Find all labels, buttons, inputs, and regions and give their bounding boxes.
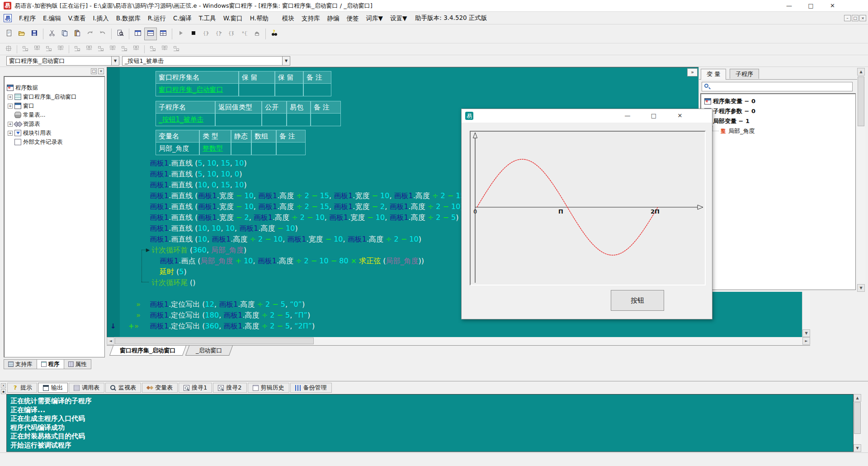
table-cell[interactable] [287, 114, 311, 126]
table-data-row[interactable]: 窗口程序集_启动窗口 [156, 84, 331, 96]
code-line-11[interactable]: 延时 (5) [160, 267, 187, 276]
run-program-window[interactable]: 易 — □ ✕ 0 Π 2Π 按钮 [461, 109, 712, 319]
window-split-horizontal-button[interactable] [144, 28, 157, 40]
table-cell[interactable] [215, 114, 262, 126]
compiler-output[interactable]: 正在统计需要编译的子程序正在编译...正在生成主程序入口代码程序代码编译成功正在… [6, 394, 854, 452]
tab-调用表[interactable]: 调用表 [69, 383, 104, 393]
assembly-combobox[interactable]: 窗口程序集_启动窗口 ▼ [6, 56, 119, 66]
expand-icon[interactable]: + [8, 122, 13, 127]
table-cell[interactable] [239, 84, 275, 96]
editor-horizontal-scrollbar[interactable]: ◄ ► [107, 337, 810, 345]
tree-item-模块引用表[interactable]: +模块引用表 [8, 129, 52, 137]
menu-item-5[interactable]: B.数据库 [113, 13, 144, 23]
code-line-14[interactable]: 画板1.定位写出 (180, 画板1.高度 ÷ 2 − 5, “Π”) [150, 311, 310, 320]
align-top-edges-button[interactable] [95, 44, 107, 54]
run-close-button[interactable]: ✕ [673, 111, 687, 121]
editor-tab-_启动窗口[interactable]: _启动窗口 [185, 346, 232, 356]
variable-item-1[interactable]: 程序集变量 − 0 [704, 97, 755, 105]
redo-button[interactable] [84, 28, 96, 40]
chevron-down-icon[interactable]: ▼ [111, 57, 119, 65]
menu-item-13[interactable]: 静编 [324, 13, 343, 23]
snap-top-button[interactable] [43, 44, 55, 54]
menu-item-7[interactable]: C.编译 [170, 13, 195, 23]
cut-button[interactable] [46, 28, 58, 40]
tab-属性[interactable]: 属性 [64, 359, 91, 369]
tree-item-资源表[interactable]: +资源表 [8, 120, 40, 128]
menu-item-15[interactable]: 词库▼ [363, 13, 387, 23]
scroll-down-icon[interactable]: ▼ [802, 329, 810, 337]
code-line-10[interactable]: 画板1.画点 (局部_角度 + 10, 画板1.高度 ÷ 2 − 10 − 80… [160, 257, 424, 266]
menu-item-8[interactable]: T.工具 [195, 13, 220, 23]
scroll-thumb[interactable] [854, 402, 861, 434]
code-line-5[interactable]: 画板1.画直线 (画板1.宽度 − 10, 画板1.高度 ÷ 2 − 15, 画… [150, 202, 463, 211]
align-bottom-edges-button[interactable] [107, 44, 118, 54]
paste-button[interactable] [71, 28, 84, 40]
menu-item-4[interactable]: I.插入 [90, 13, 113, 23]
snap-right-button[interactable] [31, 44, 43, 54]
table-data-row[interactable]: _按钮1_被单击 [156, 114, 341, 126]
table-cell[interactable] [275, 84, 303, 96]
tab-提示[interactable]: 提示 [7, 383, 37, 393]
panel-close-button[interactable]: × [1, 383, 6, 388]
expand-icon[interactable]: + [8, 131, 13, 136]
debug-find-button[interactable]: ? [268, 28, 281, 40]
center-horizontal-button[interactable] [71, 44, 83, 54]
tab-搜寻2[interactable]: 搜寻2 [213, 383, 246, 393]
run-button[interactable] [175, 28, 187, 40]
collapse-panel-button[interactable]: » [687, 68, 698, 76]
tree-item-窗口[interactable]: +窗口 [8, 102, 34, 110]
form-designer-button[interactable] [3, 44, 14, 54]
code-line-3[interactable]: 画板1.画直线 (10, 0, 15, 10) [150, 181, 247, 190]
table-cell[interactable] [276, 143, 306, 155]
table-cell[interactable]: 整数型 [199, 143, 231, 155]
table-cell[interactable] [262, 114, 287, 126]
copy-button[interactable] [58, 28, 71, 40]
panel-vertical-scrollbar[interactable]: ▲ ▼ [857, 67, 865, 292]
expand-icon[interactable]: + [8, 104, 13, 109]
output-vertical-scrollbar[interactable]: ▲ ▼ [854, 394, 862, 452]
code-line-9[interactable]: 计次循环首 (360, 局部_角度) [151, 246, 246, 255]
table-cell[interactable]: _按钮1_被单击 [156, 114, 215, 126]
close-button[interactable]: ✕ [822, 0, 843, 11]
step-out-button[interactable]: {} [225, 28, 238, 40]
scroll-up-icon[interactable]: ▲ [857, 68, 865, 76]
chevron-down-icon[interactable]: ▼ [282, 57, 290, 65]
subroutine-combobox[interactable]: _按钮1_被单击 ▼ [122, 56, 290, 66]
window-split-vertical-button[interactable] [132, 28, 144, 40]
menu-item-14[interactable]: 便签 [343, 13, 363, 23]
dock-pin-button[interactable]: ▪ [1, 389, 6, 394]
table-cell[interactable] [251, 143, 276, 155]
code-line-6[interactable]: 画板1.画直线 (画板1.宽度 − 2, 画板1.高度 ÷ 2 − 10, 画板… [150, 213, 458, 222]
code-line-12[interactable]: 计次循环尾 () [151, 278, 196, 287]
run-to-cursor-button[interactable]: *{} [238, 28, 250, 40]
code-line-4[interactable]: 画板1.画直线 (画板1.宽度 − 10, 画板1.高度 ÷ 2 − 15, 画… [150, 191, 468, 200]
scroll-up-icon[interactable]: ▲ [854, 394, 861, 402]
step-into-button[interactable]: {} [200, 28, 212, 40]
table-cell[interactable] [303, 84, 331, 96]
mdi-restore-button[interactable]: □ [852, 15, 859, 21]
minimize-button[interactable]: — [779, 0, 799, 11]
tab-变量[interactable]: 变 量 [701, 69, 726, 80]
tree-item-常量表...[interactable]: 常量表... [8, 111, 45, 119]
table-data-row[interactable]: 局部_角度整数型 [156, 143, 306, 155]
window-split-grid-button[interactable] [157, 28, 170, 40]
save-button[interactable] [28, 28, 41, 40]
tab-剪辑历史[interactable]: 剪辑历史 [248, 383, 289, 393]
fit-both-button[interactable] [170, 44, 182, 54]
menu-item-3[interactable]: V.查看 [65, 13, 90, 23]
tree-item-程序数据[interactable]: 程序数据 [7, 84, 38, 92]
variable-item-4[interactable]: 局部_角度 [712, 127, 755, 135]
menu-item-16[interactable]: 设置▼ [387, 13, 410, 23]
table-cell[interactable]: 窗口程序集_启动窗口 [156, 84, 239, 96]
tab-备份管理[interactable]: 备份管理 [290, 383, 332, 393]
mdi-close-button[interactable]: × [859, 15, 866, 21]
tab-监视表[interactable]: 监视表 [105, 383, 141, 393]
code-line-7[interactable]: 画板1.画直线 (10, 10, 10, 画板1.高度 − 10) [150, 224, 298, 233]
snap-bottom-button[interactable] [55, 44, 66, 54]
table-cell[interactable] [231, 143, 251, 155]
new-file-button[interactable] [3, 28, 15, 40]
tree-item-窗口程序集_启动窗口[interactable]: +窗口程序集_启动窗口 [8, 93, 77, 101]
tab-程序[interactable]: 程序 [37, 359, 64, 369]
table-cell[interactable]: 局部_角度 [156, 143, 199, 155]
menu-item-2[interactable]: E.编辑 [39, 13, 65, 23]
